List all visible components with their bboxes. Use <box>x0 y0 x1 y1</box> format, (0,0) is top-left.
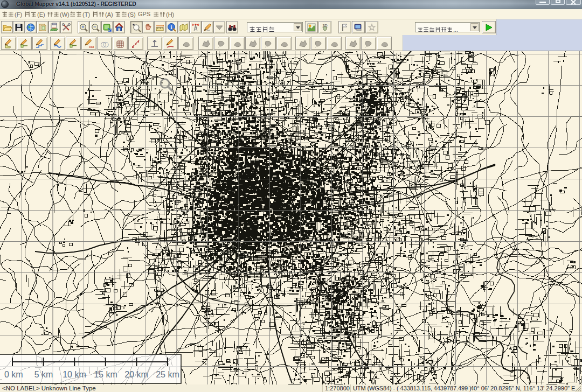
svg-text:5 km: 5 km <box>34 370 53 379</box>
svg-text:0 km: 0 km <box>4 370 23 379</box>
svg-text:cads: cads <box>89 45 94 48</box>
svg-text:25 km: 25 km <box>156 370 179 379</box>
svg-text:i: i <box>171 24 172 30</box>
svg-text:10 km: 10 km <box>63 370 86 379</box>
svg-text:20 km: 20 km <box>124 370 148 379</box>
svg-text:15 km: 15 km <box>94 370 117 379</box>
